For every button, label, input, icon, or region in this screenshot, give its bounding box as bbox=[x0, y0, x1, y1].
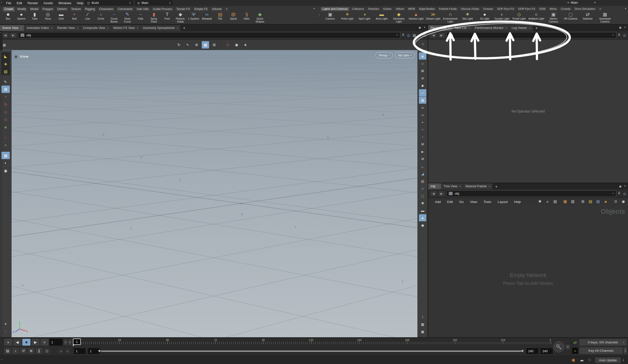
menu-item[interactable]: Help bbox=[74, 1, 86, 5]
pane-tab[interactable]: Scene View× bbox=[0, 25, 24, 31]
shelf-tool[interactable]: ΨL-System bbox=[187, 11, 200, 20]
view-selector[interactable]: ◎ Main ▲▼ bbox=[136, 0, 172, 5]
shelf-tab[interactable]: Deform bbox=[55, 7, 69, 11]
shelf-tool[interactable]: ◇Portal Light bbox=[510, 11, 528, 20]
add-pane-tab-button[interactable]: + bbox=[493, 184, 500, 188]
shelf-tool[interactable]: ≫Distant Light bbox=[425, 11, 442, 20]
shelf-overflow-icon[interactable]: ▼ bbox=[625, 8, 627, 10]
select-tool-icon[interactable]: ↖ bbox=[1, 78, 10, 85]
pin-icon[interactable]: ╨ bbox=[618, 33, 620, 37]
close-tab-icon[interactable]: × bbox=[459, 185, 461, 188]
shelf-overflow-icon[interactable]: ▼ bbox=[313, 8, 315, 10]
shelf-tab[interactable]: Modify bbox=[15, 7, 28, 11]
shelf-tool[interactable]: TFont bbox=[160, 11, 174, 20]
lighting-lock-icon[interactable]: ⊠ bbox=[419, 67, 426, 74]
shelf-tab[interactable]: Texture bbox=[69, 7, 83, 11]
move-tool-icon[interactable]: ⊕ bbox=[193, 41, 200, 49]
add-desktop-button[interactable]: + bbox=[594, 0, 596, 4]
recook-icon[interactable]: ↻ bbox=[588, 357, 591, 363]
shelf-tool[interactable]: ▣Stereo Camera bbox=[545, 11, 562, 23]
keys-summary-button[interactable]: 0 keys, 0/0 channels▲ bbox=[579, 339, 627, 346]
close-tab-icon[interactable]: × bbox=[107, 26, 108, 29]
visualizers-icon[interactable]: ▬ bbox=[419, 207, 426, 214]
playhead-marker[interactable]: 1 bbox=[73, 339, 81, 345]
pane-tab[interactable]: Tree View× bbox=[442, 183, 463, 189]
normal-lighting-icon[interactable]: ○ bbox=[419, 89, 426, 96]
cook-mode-icon[interactable]: ◉ bbox=[572, 357, 575, 363]
add-pane-tab-button[interactable]: + bbox=[181, 26, 188, 30]
shelf-tab[interactable]: SOP Pyro FX bbox=[495, 7, 516, 11]
snap-magnet-icon[interactable]: ∩ bbox=[1, 134, 10, 141]
shelf-tab[interactable]: FEM bbox=[538, 7, 547, 11]
shelf-tool[interactable]: ☀Sky Light bbox=[459, 11, 476, 20]
shelf-tab[interactable]: Particles bbox=[366, 7, 381, 11]
shelf-tab[interactable]: + bbox=[598, 7, 603, 11]
shelf-tool[interactable]: ◗Caustic Light bbox=[493, 11, 510, 20]
network-menu-item[interactable]: Layout bbox=[494, 200, 511, 204]
shape-palette-icon[interactable]: ▥ bbox=[570, 199, 575, 204]
shelf-tab[interactable]: + bbox=[224, 7, 230, 11]
help-icon[interactable]: ? bbox=[422, 43, 424, 46]
shelf-tab[interactable]: Terrain FX bbox=[174, 7, 192, 11]
select-tool-icon[interactable]: ↖ bbox=[184, 41, 191, 49]
desktop-selector[interactable]: ◫ Build ▲▼ bbox=[85, 0, 133, 5]
close-tab-icon[interactable]: × bbox=[51, 26, 53, 29]
playback-start-field[interactable]: 1 bbox=[88, 348, 100, 354]
close-tab-icon[interactable]: × bbox=[469, 26, 470, 29]
shelf-tab[interactable]: Collisions bbox=[350, 7, 366, 11]
shelf-tool[interactable]: ◆Quick Shapes bbox=[253, 11, 266, 23]
background-image-icon[interactable]: ▲ bbox=[419, 214, 426, 221]
uv-overlay-icon[interactable]: ▨ bbox=[419, 178, 426, 184]
pane-tab[interactable]: Motion FX View× bbox=[111, 25, 141, 31]
close-tab-icon[interactable]: × bbox=[20, 26, 22, 29]
geometry-filter-icon[interactable]: ◓ bbox=[419, 33, 421, 37]
shelf-tool[interactable]: ▣Camera bbox=[321, 11, 339, 20]
shelf-tool[interactable]: ◆Platonic Solids bbox=[174, 11, 187, 23]
camera-view-icon[interactable]: ▦ bbox=[202, 41, 209, 49]
prim-normals-icon[interactable]: ◢ bbox=[419, 170, 426, 177]
playback-end-field[interactable]: 240 bbox=[526, 348, 539, 354]
quickmarks-icon[interactable]: ◉ bbox=[621, 199, 626, 204]
shelf-tool[interactable]: ▤File bbox=[214, 11, 227, 20]
pin-icon[interactable]: ╨ bbox=[402, 33, 404, 37]
pane-tab[interactable]: Log Viewer× bbox=[509, 25, 533, 31]
shelf-tab[interactable]: Grains bbox=[381, 7, 393, 11]
shelf-tool[interactable]: ⇄Switcher bbox=[579, 11, 596, 20]
pane-tab[interactable]: Take List× bbox=[452, 25, 473, 31]
target-icon[interactable]: ◎ bbox=[623, 33, 626, 37]
shelf-tool[interactable]: ▦Gamepad Camera bbox=[596, 11, 614, 23]
key-all-channels-button[interactable]: Key All Channels bbox=[579, 347, 623, 354]
back-button[interactable]: ◀ bbox=[430, 33, 437, 38]
handles-tool-icon[interactable]: ∗ bbox=[1, 123, 10, 131]
set-key-button[interactable] bbox=[553, 341, 564, 353]
collapse-icon[interactable]: ▲ bbox=[0, 1, 2, 3]
grid-toggle-icon[interactable]: ▦ bbox=[419, 321, 426, 328]
translate-tool-icon[interactable]: + bbox=[1, 93, 10, 101]
pane-menu-icon[interactable]: ▼ bbox=[424, 26, 426, 29]
list-mode-icon[interactable]: ▤ bbox=[552, 199, 558, 204]
shelf-tab[interactable]: Characters bbox=[97, 7, 116, 11]
shelf-tool[interactable]: @Spiral bbox=[227, 11, 240, 20]
tick-style-icon[interactable]: ∥ bbox=[35, 347, 43, 354]
audio-icon[interactable]: ♪ bbox=[12, 347, 19, 354]
target-icon[interactable]: ◎ bbox=[623, 192, 626, 196]
shelf-tool[interactable]: +Null bbox=[68, 11, 81, 20]
pause-updates-icon[interactable]: ⊘ bbox=[224, 41, 232, 49]
shelf-tool[interactable]: ▢VR Camera bbox=[562, 11, 579, 20]
undo-icon[interactable]: ↺ bbox=[20, 347, 27, 354]
network-menu-item[interactable]: Add bbox=[432, 200, 444, 204]
menu-item[interactable]: Render bbox=[25, 1, 41, 5]
shelf-tab[interactable]: Lights and Cameras bbox=[320, 7, 350, 11]
forward-button[interactable]: ▶ bbox=[438, 33, 445, 38]
pane-maximize-icon[interactable]: ▣ bbox=[619, 185, 621, 188]
add-pane-tab-button[interactable]: + bbox=[533, 26, 540, 30]
back-button[interactable]: ◀ bbox=[2, 33, 8, 38]
shelf-tool[interactable]: ▬Grid bbox=[55, 11, 68, 20]
shelf-tab[interactable]: Guide Process bbox=[151, 7, 174, 11]
forward-button[interactable]: ▶ bbox=[438, 191, 445, 196]
keyframe-sync-icon[interactable]: ⇄ bbox=[572, 339, 578, 346]
path-dropdown-icon[interactable]: ▼ bbox=[396, 34, 398, 36]
shelf-tab[interactable]: Volume bbox=[210, 7, 224, 11]
network-menu-item[interactable]: Tools bbox=[480, 200, 494, 204]
scale-tool-icon[interactable]: ◇ bbox=[1, 108, 10, 116]
